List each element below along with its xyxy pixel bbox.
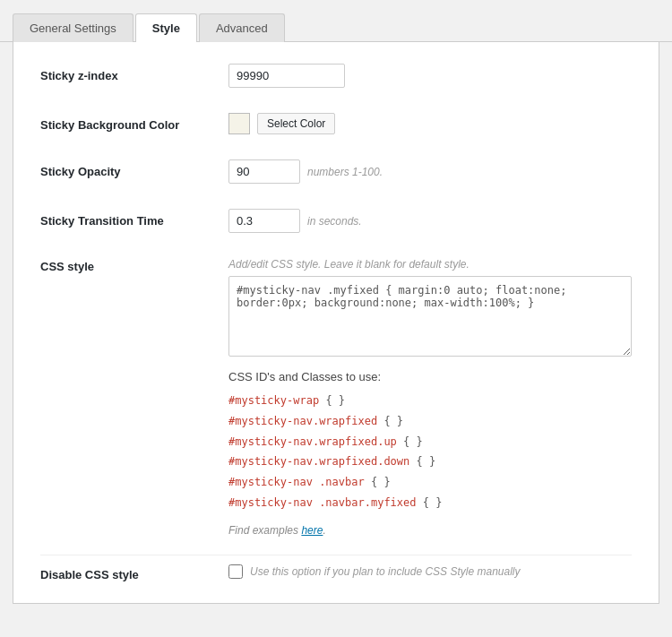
sticky-opacity-control: numbers 1-100. <box>228 159 632 184</box>
sticky-opacity-label: Sticky Opacity <box>40 159 228 178</box>
tab-style[interactable]: Style <box>135 13 197 42</box>
sticky-opacity-row: Sticky Opacity numbers 1-100. <box>40 159 632 184</box>
css-style-section: CSS style Add/edit CSS style. Leave it b… <box>40 258 632 537</box>
sticky-bgcolor-label: Sticky Background Color <box>40 113 228 132</box>
sticky-opacity-input[interactable] <box>228 159 300 184</box>
css-style-right: Add/edit CSS style. Leave it blank for d… <box>228 258 632 537</box>
disable-css-right: Use this option if you plan to include C… <box>228 564 521 579</box>
css-code-block: #mysticky-wrap { } #mysticky-nav.wrapfix… <box>228 391 632 513</box>
sticky-transition-row: Sticky Transition Time in seconds. <box>40 209 632 233</box>
css-code-line-6: #mysticky-nav .navbar.myfixed { } <box>228 493 632 513</box>
disable-css-hint: Use this option if you plan to include C… <box>250 565 521 578</box>
tab-advanced[interactable]: Advanced <box>199 13 285 42</box>
sticky-transition-input[interactable] <box>228 209 300 233</box>
css-style-textarea[interactable]: #mysticky-nav .myfixed { margin:0 auto; … <box>228 276 632 357</box>
sticky-zindex-row: Sticky z-index <box>40 64 632 88</box>
tab-general-settings[interactable]: General Settings <box>13 13 134 42</box>
css-code-line-3: #mysticky-nav.wrapfixed.up { } <box>228 432 632 452</box>
css-style-hint: Add/edit CSS style. Leave it blank for d… <box>228 258 632 271</box>
css-code-line-1: #mysticky-wrap { } <box>228 391 632 411</box>
content-area: Sticky z-index Sticky Background Color S… <box>13 42 659 604</box>
sticky-zindex-input[interactable] <box>228 64 345 88</box>
css-ids-label: CSS ID's and Classes to use: <box>228 370 632 383</box>
css-code-line-5: #mysticky-nav .navbar { } <box>228 472 632 493</box>
sticky-transition-hint: in seconds. <box>307 215 362 228</box>
find-examples-text: Find examples here. <box>228 524 632 537</box>
color-swatch[interactable] <box>228 113 250 134</box>
sticky-bgcolor-row: Sticky Background Color Select Color <box>40 113 632 134</box>
find-examples-link[interactable]: here <box>301 524 323 537</box>
css-style-label: CSS style <box>40 258 228 273</box>
sticky-opacity-hint: numbers 1-100. <box>307 166 383 178</box>
tabs-bar: General Settings Style Advanced <box>0 0 672 42</box>
css-code-line-2: #mysticky-nav.wrapfixed { } <box>228 411 632 432</box>
sticky-zindex-control <box>228 64 632 88</box>
sticky-transition-control: in seconds. <box>228 209 632 233</box>
disable-css-row: Disable CSS style Use this option if you… <box>40 555 632 581</box>
page-wrapper: General Settings Style Advanced Sticky z… <box>0 0 672 637</box>
css-code-line-4: #mysticky-nav.wrapfixed.down { } <box>228 452 632 472</box>
disable-css-label: Disable CSS style <box>40 564 228 581</box>
disable-css-checkbox[interactable] <box>228 564 243 579</box>
select-color-button[interactable]: Select Color <box>257 113 335 134</box>
sticky-bgcolor-control: Select Color <box>228 113 632 134</box>
sticky-zindex-label: Sticky z-index <box>40 64 228 82</box>
sticky-transition-label: Sticky Transition Time <box>40 209 228 228</box>
